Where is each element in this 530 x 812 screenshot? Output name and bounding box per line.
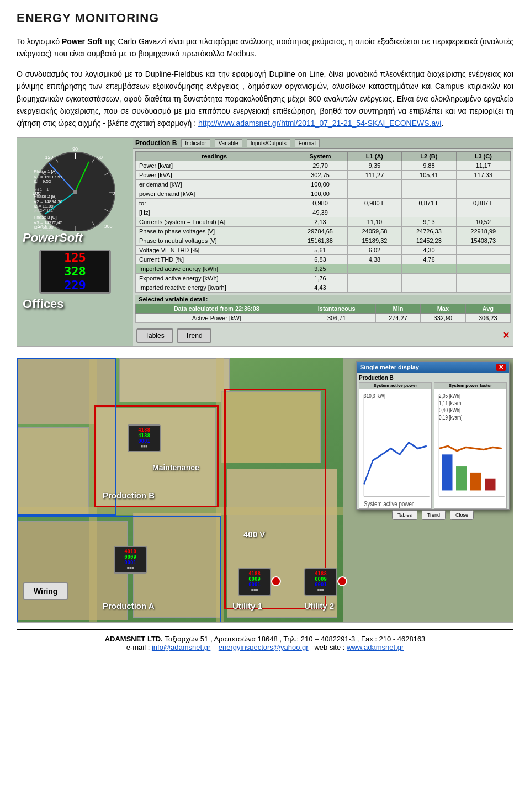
dialog-titlebar: Single meter display ✕ bbox=[357, 362, 509, 373]
footer-address: ADAMSNET LTD. Ταξιαρχών 51 , Δραπετσώνα … bbox=[17, 635, 513, 643]
meter-production-b: 4188 4188 0001 ■■■ bbox=[128, 424, 161, 452]
tables-button[interactable]: Tables bbox=[136, 328, 173, 343]
intro-paragraph-2: Ο συνδυασμός του λογισμικού με το Duplin… bbox=[17, 68, 513, 130]
detail-col-max: Max bbox=[421, 304, 465, 313]
meter-digit-3: 229 bbox=[64, 278, 86, 292]
svg-text:I1 = 9,52: I1 = 9,52 bbox=[34, 179, 51, 184]
svg-text:Phase 1 [A]: Phase 1 [A] bbox=[34, 169, 56, 174]
panel-label: Production B bbox=[135, 139, 177, 147]
svg-point-23 bbox=[73, 190, 77, 194]
detail-col-instant: Istantaneous bbox=[298, 304, 375, 313]
utility-2-label: Utility 2 bbox=[304, 601, 334, 611]
dialog-charts: System active power System active power … bbox=[359, 382, 507, 509]
production-a-label: Production A bbox=[103, 601, 155, 611]
dialog-body: Production B System active power System … bbox=[357, 373, 509, 522]
table-row: Imported active energy [kWh] 9,25 bbox=[136, 264, 511, 273]
page-title: ENERGY MONITORING bbox=[17, 11, 513, 25]
dialog-trend-button[interactable]: Trend bbox=[422, 510, 446, 520]
table-row: power demand [kVA] 100,00 bbox=[136, 189, 511, 198]
footer-web-label: web site : bbox=[310, 643, 347, 651]
tab-inputs-outputs[interactable]: Inputs/Outputs bbox=[247, 139, 290, 147]
svg-text:I2 = 11,09: I2 = 11,09 bbox=[34, 204, 54, 209]
svg-text:I3 = 10,00: I3 = 10,00 bbox=[34, 225, 54, 230]
svg-text:310,3 [kW]: 310,3 [kW] bbox=[364, 392, 385, 399]
dialog-tables-button[interactable]: Tables bbox=[392, 510, 417, 520]
dialog-panel-label: Production B bbox=[359, 375, 507, 381]
tab-variable[interactable]: Variable bbox=[215, 139, 242, 147]
svg-text:1,11 [kvarh]: 1,11 [kvarh] bbox=[439, 400, 462, 406]
powersoft-label: PowerSoft bbox=[20, 231, 83, 245]
svg-text:System active power: System active power bbox=[364, 500, 414, 507]
chart-title-left: System active power bbox=[359, 383, 431, 389]
table-row: Currents (system = I neutral) [A] 2,13 1… bbox=[136, 217, 511, 226]
svg-rect-49 bbox=[456, 466, 467, 490]
offices-outline bbox=[17, 358, 116, 516]
meter-utility-2: 4188 0009 0001 ■■■ bbox=[304, 568, 337, 596]
tab-format[interactable]: Format bbox=[295, 139, 320, 147]
svg-text:phi 2 = 111°: phi 2 = 111° bbox=[34, 209, 55, 213]
maintenance-label: Maintenance bbox=[152, 463, 199, 472]
dialog-bottom-buttons: Tables Trend Close bbox=[359, 510, 507, 520]
data-table-area: readings System L1 (A) L2 (B) L3 (C) Pow… bbox=[133, 149, 513, 325]
svg-text:2,05 [kWh]: 2,05 [kWh] bbox=[439, 392, 460, 399]
chart-left: System active power System active power … bbox=[359, 382, 432, 509]
readings-table: readings System L1 (A) L2 (B) L3 (C) Pow… bbox=[135, 151, 511, 293]
chart-title-right: System power factor bbox=[434, 383, 506, 389]
col-l1: L1 (A) bbox=[347, 151, 401, 161]
svg-text:Phase 2 [B]: Phase 2 [B] bbox=[34, 194, 56, 199]
svg-text:120: 120 bbox=[45, 155, 53, 160]
footer-contact: e-mail : info@adamsnet.gr – energyinspec… bbox=[17, 643, 513, 651]
detail-col-min: Min bbox=[375, 304, 420, 313]
table-row: Phase to neutral voltages [V] 15161,38 1… bbox=[136, 236, 511, 245]
meter-production-a: 4010 0009 0001 ■■■ bbox=[114, 546, 147, 574]
footer-email-link[interactable]: info@adamsnet.gr bbox=[152, 643, 210, 651]
dialog-close-btn[interactable]: Close bbox=[450, 510, 474, 520]
wiring-button[interactable]: Wiring bbox=[23, 582, 68, 600]
dialog-title: Single meter display bbox=[360, 364, 419, 370]
svg-text:90: 90 bbox=[72, 146, 78, 152]
footer: ADAMSNET LTD. Ταξιαρχών 51 , Δραπετσώνα … bbox=[17, 629, 513, 651]
footer-email2-link[interactable]: energyinspectors@yahoo.gr bbox=[219, 643, 309, 651]
footer-website-link[interactable]: www.adamsnet.gr bbox=[347, 643, 404, 651]
svg-text:0,40 [kWh]: 0,40 [kWh] bbox=[439, 407, 460, 413]
svg-rect-48 bbox=[442, 454, 453, 490]
table-row: tor 0,980 0,980 L 0,871 L 0,887 L bbox=[136, 198, 511, 208]
col-l3: L3 (C) bbox=[456, 151, 510, 161]
svg-rect-50 bbox=[470, 473, 481, 491]
table-row: Active Power [kW] 306,71 274,27 332,90 3… bbox=[136, 313, 511, 322]
meter-digit-2: 328 bbox=[64, 264, 86, 278]
chart-area-left: System active power 310,3 [kW] bbox=[359, 389, 431, 508]
table-row: Power [kVA] 302,75 111,27 105,41 117,33 bbox=[136, 170, 511, 179]
screenshot-area: 90 0 180 120 60 240 300 Phase 1 [A] V1 =… bbox=[17, 137, 513, 347]
col-l2: L2 (B) bbox=[402, 151, 456, 161]
small-dialog: Single meter display ✕ Production B Syst… bbox=[356, 361, 510, 510]
company-name: ADAMSNET LTD. bbox=[105, 635, 163, 643]
svg-text:phi 1 = 1°: phi 1 = 1° bbox=[34, 188, 50, 192]
col-readings: readings bbox=[136, 151, 293, 161]
400v-label: 400 V bbox=[243, 529, 265, 539]
trend-button[interactable]: Trend bbox=[177, 328, 211, 343]
gauge-display: 90 0 180 120 60 240 300 Phase 1 [A] V1 =… bbox=[28, 142, 122, 231]
meter-display: 125 328 229 bbox=[39, 250, 111, 294]
chart-right: System power factor 2,05 [kWh] 1,11 [kva… bbox=[434, 382, 507, 509]
table-row: Exported active energy [kWh] 1,76 bbox=[136, 273, 511, 283]
right-panel: Production B Indicator Variable Inputs/O… bbox=[133, 138, 513, 346]
dialog-close-button[interactable]: ✕ bbox=[496, 364, 506, 371]
close-button[interactable]: ✕ bbox=[502, 330, 510, 341]
table-row: Voltage VL-N THD [%] 5,61 6,02 4,30 bbox=[136, 245, 511, 254]
tab-indicator[interactable]: Indicator bbox=[181, 139, 210, 147]
table-row: Imported reactive energy [kvarh] 4,43 bbox=[136, 283, 511, 292]
meter-digit-1: 125 bbox=[64, 251, 86, 264]
table-row: Power [kvar] 29,70 9,35 9,88 11,17 bbox=[136, 161, 511, 170]
bottom-buttons: Tables Trend ✕ bbox=[133, 325, 513, 346]
utility-1-label: Utility 1 bbox=[232, 601, 262, 611]
var-detail-table: Data calculated from 22:36:08 Istantaneo… bbox=[135, 304, 511, 323]
footer-address-text: Ταξιαρχών 51 , Δραπετσώνα 18648 , Τηλ.: … bbox=[165, 635, 425, 643]
col-system: System bbox=[293, 151, 347, 161]
external-link[interactable]: http://www.adamsnet.gr/html/2011_07_21-2… bbox=[198, 119, 441, 128]
left-panel: 90 0 180 120 60 240 300 Phase 1 [A] V1 =… bbox=[17, 138, 133, 346]
table-row: Phase to phase voltages [V] 29784,65 240… bbox=[136, 226, 511, 236]
svg-text:0: 0 bbox=[112, 190, 115, 196]
svg-text:60: 60 bbox=[97, 155, 103, 160]
table-row: er demand [kW] 100,00 bbox=[136, 179, 511, 189]
